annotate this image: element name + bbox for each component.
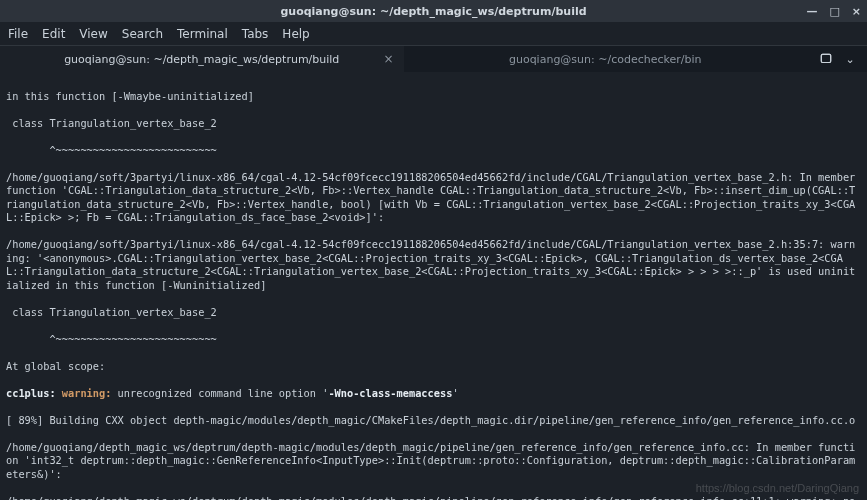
menu-help[interactable]: Help <box>282 27 309 41</box>
menu-edit[interactable]: Edit <box>42 27 65 41</box>
menu-terminal[interactable]: Terminal <box>177 27 228 41</box>
terminal-tab-2[interactable]: guoqiang@sun: ~/codechecker/bin <box>404 46 808 72</box>
tab-bar: guoqiang@sun: ~/depth_magic_ws/deptrum/b… <box>0 46 867 72</box>
output-line: /home/guoqiang/soft/3partyi/linux-x86_64… <box>6 171 861 225</box>
output-line: /home/guoqiang/depth_magic_ws/deptrum/de… <box>6 441 861 482</box>
output-line: class Triangulation_vertex_base_2 <box>6 117 861 131</box>
terminal-output[interactable]: in this function [-Wmaybe-uninitialized]… <box>0 72 867 500</box>
menu-bar: File Edit View Search Terminal Tabs Help <box>0 22 867 46</box>
window-titlebar: guoqiang@sun: ~/depth_magic_ws/deptrum/b… <box>0 0 867 22</box>
menu-view[interactable]: View <box>79 27 107 41</box>
new-tab-icon[interactable] <box>819 52 833 66</box>
output-line: ^~~~~~~~~~~~~~~~~~~~~~~~~~~ <box>6 333 861 347</box>
output-line: /home/guoqiang/depth_magic_ws/deptrum/de… <box>6 495 861 501</box>
window-title: guoqiang@sun: ~/depth_magic_ws/deptrum/b… <box>280 5 586 18</box>
tab-actions: ⌄ <box>807 46 867 72</box>
tab-label: guoqiang@sun: ~/depth_magic_ws/deptrum/b… <box>64 53 339 66</box>
minimize-button[interactable]: — <box>806 5 817 18</box>
maximize-button[interactable]: □ <box>829 5 839 18</box>
window-controls: — □ × <box>806 0 861 22</box>
output-line: /home/guoqiang/soft/3partyi/linux-x86_64… <box>6 238 861 292</box>
menu-file[interactable]: File <box>8 27 28 41</box>
output-line: [ 89%] Building CXX object depth-magic/m… <box>6 414 861 428</box>
output-line: in this function [-Wmaybe-uninitialized] <box>6 90 861 104</box>
close-button[interactable]: × <box>852 5 861 18</box>
svg-rect-0 <box>822 54 831 62</box>
terminal-tab-1[interactable]: guoqiang@sun: ~/depth_magic_ws/deptrum/b… <box>0 46 404 72</box>
output-line: ^~~~~~~~~~~~~~~~~~~~~~~~~~~ <box>6 144 861 158</box>
menu-tabs[interactable]: Tabs <box>242 27 269 41</box>
output-line: cc1plus: warning: unrecognized command l… <box>6 387 861 401</box>
menu-search[interactable]: Search <box>122 27 163 41</box>
tab-dropdown-icon[interactable]: ⌄ <box>845 53 854 66</box>
svg-rect-1 <box>822 54 831 62</box>
output-line: At global scope: <box>6 360 861 374</box>
tab-close-icon[interactable]: × <box>383 52 393 66</box>
output-line: class Triangulation_vertex_base_2 <box>6 306 861 320</box>
tab-label: guoqiang@sun: ~/codechecker/bin <box>509 53 702 66</box>
